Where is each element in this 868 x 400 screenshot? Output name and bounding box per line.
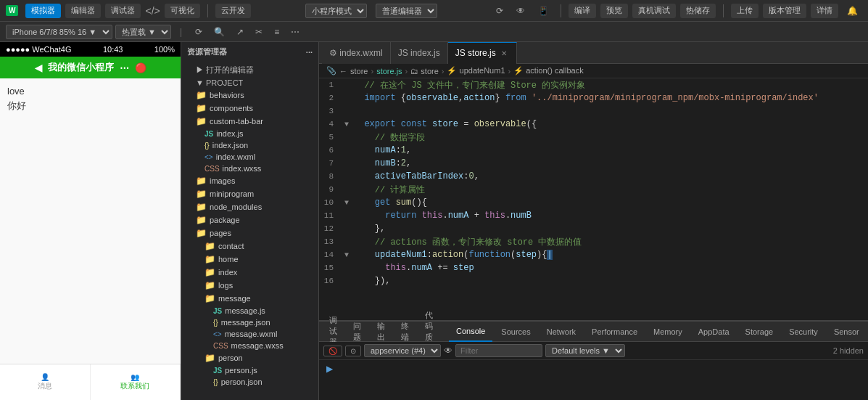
sim-tab2[interactable]: 👥 联系我们	[91, 364, 181, 400]
tab-index-js[interactable]: JS index.js	[391, 42, 448, 64]
tree-message-wxml[interactable]: <>message.wxml	[181, 328, 318, 340]
code-editor[interactable]: 1 // 在这个 JS 文件中，专门来创建 Store 的实例对象 2 impo…	[319, 78, 868, 320]
tree-index-folder[interactable]: 📁index	[181, 266, 318, 279]
bottom-tab-memory[interactable]: Memory	[646, 322, 690, 342]
tab-bar: ⚙ index.wxml JS index.js JS store.js ✕	[319, 42, 868, 64]
tree-custom-tab-bar[interactable]: 📁custom-tab-bar	[181, 115, 318, 128]
sim-back-icon: ◀	[35, 62, 42, 73]
sim-footer: 👤 消息 👥 联系我们	[0, 364, 181, 400]
compile-btn[interactable]: 编译	[569, 4, 596, 18]
top-toolbar: W 模拟器 编辑器 调试器 </> 可视化 云开发 小程序模式 普通编辑器 ⟳ …	[0, 0, 868, 22]
clear-console-btn[interactable]: 🚫	[323, 346, 342, 356]
bottom-tab-terminal[interactable]: 终端	[394, 322, 416, 342]
bottom-tab-quality[interactable]: 代码质量	[418, 322, 440, 342]
search-btn[interactable]: 🔍	[210, 25, 229, 38]
project-label[interactable]: ▼ PROJECT	[181, 77, 318, 89]
eye-filter-icon[interactable]: 👁	[444, 346, 452, 356]
mode-select[interactable]: 小程序模式	[305, 4, 367, 18]
upload-btn[interactable]: 上传	[731, 4, 759, 18]
tree-index-json[interactable]: {}index.json	[181, 139, 318, 151]
bottom-tab-storage[interactable]: Storage	[738, 322, 781, 342]
opened-editors-label[interactable]: ▶ 打开的编辑器	[181, 63, 318, 77]
notice-btn[interactable]: 🔔	[843, 4, 862, 17]
tree-message-wxss[interactable]: CSSmessage.wxss	[181, 340, 318, 351]
simulator-btn[interactable]: 模拟器	[25, 4, 61, 18]
tree-components[interactable]: 📁components	[181, 102, 318, 115]
bottom-tab-performance[interactable]: Performance	[584, 322, 645, 342]
tree-message-json[interactable]: {}message.json	[181, 317, 318, 328]
eye-btn[interactable]: 👁	[512, 4, 529, 17]
simulator-panel: ●●●●● WeChat4G 10:43 100% ◀ 我的微信小程序 ⋯ 🔴 …	[0, 42, 181, 400]
bottom-tab-output[interactable]: 输出	[370, 322, 392, 342]
tree-person-js[interactable]: JSperson.js	[181, 364, 318, 376]
arrow-btn[interactable]: ↗	[232, 25, 248, 38]
appservice-select[interactable]: appservice (#4)	[364, 344, 441, 357]
debugger-btn[interactable]: 调试器	[105, 4, 141, 18]
console-expand-arrow[interactable]: ▶	[326, 364, 333, 374]
tree-person[interactable]: 📁person	[181, 351, 318, 364]
preview-btn[interactable]: 预览	[600, 4, 628, 18]
tab-store-js[interactable]: JS store.js ✕	[448, 42, 517, 64]
details-btn[interactable]: 详情	[811, 4, 838, 18]
bc-store: store	[350, 67, 368, 75]
tree-index-js[interactable]: JSindex.js	[181, 128, 318, 139]
tab-index-wxml-label: ⚙ index.wxml	[329, 48, 383, 58]
version-btn[interactable]: 版本管理	[763, 4, 806, 18]
code-line-15: 15 this.numA += step	[319, 261, 868, 274]
hotspot-select[interactable]: 热置载 ▼	[115, 25, 171, 39]
refresh-editor-btn[interactable]: ⟳	[191, 25, 207, 38]
editor-mode-select[interactable]: 普通编辑器	[376, 4, 437, 18]
second-toolbar: iPhone 6/7/8 85% 16 ▼ 热置载 ▼ | ⟳ 🔍 ↗ ✂ ≡ …	[0, 22, 868, 42]
editor-btn[interactable]: 编辑器	[65, 4, 101, 18]
bottom-tab-sensor[interactable]: Sensor	[827, 322, 867, 342]
tree-pages[interactable]: 📁pages	[181, 226, 318, 240]
code-line-9: 9 // 计算属性	[319, 183, 868, 196]
cut-btn[interactable]: ✂	[251, 25, 267, 38]
tree-index-wxss[interactable]: CSSindex.wxss	[181, 163, 318, 174]
tree-home[interactable]: 📁home	[181, 253, 318, 266]
tree-behaviors[interactable]: 📁behaviors	[181, 89, 318, 102]
dots-btn[interactable]: ⋯	[286, 25, 304, 38]
tree-contact[interactable]: 📁contact	[181, 240, 318, 253]
breadcrumb-back[interactable]: ←	[339, 67, 347, 75]
save-btn[interactable]: 热储存	[680, 4, 716, 18]
bottom-tab-security[interactable]: Security	[782, 322, 825, 342]
tree-images[interactable]: 📁images	[181, 174, 318, 187]
tab-store-js-label: JS store.js	[455, 48, 496, 58]
sep2	[561, 4, 561, 17]
bottom-tab-debugger[interactable]: 调试器	[322, 322, 344, 342]
bottom-tab-appdata[interactable]: AppData	[691, 322, 737, 342]
format-btn[interactable]: ≡	[270, 25, 284, 38]
tree-miniprogram[interactable]: 📁miniprogram	[181, 187, 318, 200]
sim-more-icon: ⋯	[120, 62, 129, 73]
main-layout: ●●●●● WeChat4G 10:43 100% ◀ 我的微信小程序 ⋯ 🔴 …	[0, 42, 868, 400]
bc-action-callback: ⚡ action() callback	[513, 66, 584, 75]
tree-person-json[interactable]: {}person.json	[181, 376, 318, 388]
file-tree-more-icon[interactable]: ···	[306, 48, 313, 57]
tab-store-js-close[interactable]: ✕	[499, 49, 509, 58]
visual-btn[interactable]: 可视化	[165, 4, 200, 18]
tree-message[interactable]: 📁message	[181, 292, 318, 305]
tree-node-modules[interactable]: 📁node_modules	[181, 200, 318, 213]
bottom-tab-problems[interactable]: 问题	[346, 322, 368, 342]
sim-mic-icon: 🔴	[135, 62, 146, 73]
tree-logs[interactable]: 📁logs	[181, 279, 318, 292]
level-select[interactable]: Default levels ▼	[545, 344, 625, 357]
bottom-tab-console[interactable]: Console	[449, 322, 492, 342]
bc-updatenum1: ⚡ updateNum1	[447, 66, 505, 75]
device-btn[interactable]: 📱	[534, 4, 553, 17]
console-filter-input[interactable]	[455, 344, 542, 357]
sim-tab1[interactable]: 👤 消息	[0, 364, 91, 400]
bottom-tab-sources[interactable]: Sources	[494, 322, 537, 342]
tab-index-wxml[interactable]: ⚙ index.wxml	[322, 42, 391, 64]
cloud-btn[interactable]: 云开发	[215, 4, 251, 18]
sim-battery: 100%	[154, 45, 175, 54]
refresh-btn[interactable]: ⟳	[492, 4, 508, 17]
tree-message-js[interactable]: JSmessage.js	[181, 305, 318, 317]
real-btn[interactable]: 真机调试	[632, 4, 676, 18]
device-select[interactable]: iPhone 6/7/8 85% 16 ▼	[6, 25, 112, 39]
bottom-tab-network[interactable]: Network	[540, 322, 583, 342]
preserve-log-btn[interactable]: ⊙	[345, 346, 361, 356]
tree-package[interactable]: 📁package	[181, 213, 318, 226]
tree-index-wxml[interactable]: <>index.wxml	[181, 151, 318, 163]
